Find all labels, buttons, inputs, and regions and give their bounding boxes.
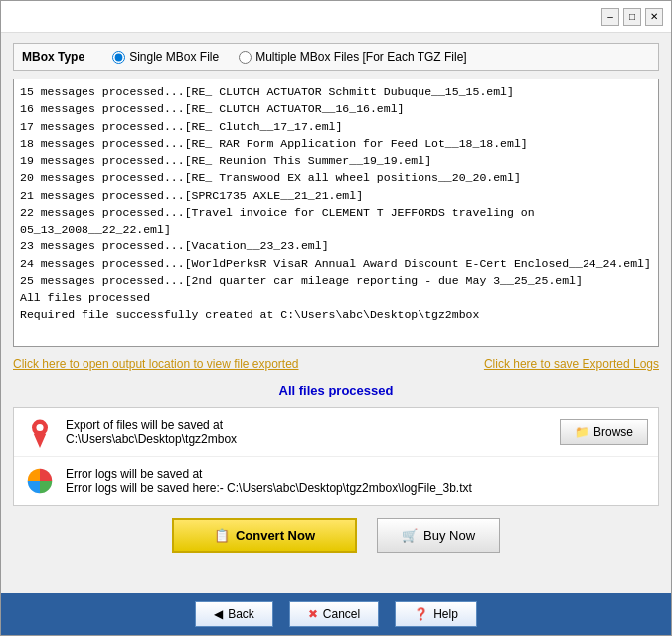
log-line: 22 messages processed...[Travel invoice …	[20, 204, 652, 238]
log-line: 16 messages processed...[RE_ CLUTCH ACTU…	[20, 100, 652, 117]
cart-icon: 🛒	[402, 528, 418, 543]
mbox-type-label: MBox Type	[22, 50, 84, 64]
save-logs-link[interactable]: Click here to save Exported Logs	[484, 357, 659, 371]
close-button[interactable]: ✕	[645, 8, 663, 26]
log-line: 15 messages processed...[RE_ CLUTCH ACTU…	[20, 83, 652, 100]
title-bar: – □ ✕	[1, 1, 671, 33]
pie-chart-icon	[24, 465, 56, 497]
mbox-type-section: MBox Type Single MBox File Multiple MBox…	[13, 43, 659, 71]
log-line: 21 messages processed...[SPRC1735 AXLE__…	[20, 187, 652, 204]
log-line: All files processed	[20, 289, 652, 306]
title-bar-buttons: – □ ✕	[601, 8, 663, 26]
convert-label: Convert Now	[236, 528, 315, 543]
help-button[interactable]: ❓ Help	[395, 601, 477, 627]
buy-now-button[interactable]: 🛒 Buy Now	[377, 518, 500, 553]
radio-multiple-mbox[interactable]: Multiple MBox Files [For Each TGZ File]	[239, 50, 467, 64]
convert-icon: 📋	[214, 528, 230, 543]
action-row: 📋 Convert Now 🛒 Buy Now	[13, 518, 659, 553]
radio-single-mbox[interactable]: Single MBox File	[112, 50, 219, 64]
log-line: 24 messages processed...[WorldPerksR Vis…	[20, 255, 652, 272]
radio-single-label: Single MBox File	[129, 50, 219, 64]
help-icon: ❓	[414, 607, 428, 621]
cancel-button[interactable]: ✖ Cancel	[289, 601, 379, 627]
export-label: Export of files will be saved at	[66, 418, 550, 432]
export-row: Export of files will be saved at C:\User…	[14, 408, 658, 457]
help-label: Help	[433, 607, 458, 621]
main-content: MBox Type Single MBox File Multiple MBox…	[1, 33, 671, 593]
browse-button[interactable]: 📁 Browse	[560, 419, 648, 445]
log-line: 18 messages processed...[RE_ RAR Form Ap…	[20, 135, 652, 152]
log-line: 17 messages processed...[RE_ Clutch__17_…	[20, 118, 652, 135]
export-path: C:\Users\abc\Desktop\tgz2mbox	[66, 432, 550, 446]
status-text: All files processed	[13, 383, 659, 398]
open-output-link[interactable]: Click here to open output location to vi…	[13, 357, 299, 371]
minimize-button[interactable]: –	[601, 8, 619, 26]
folder-icon: 📁	[575, 425, 589, 439]
error-logs-row: Error logs will be saved at Error logs w…	[14, 457, 658, 505]
main-window: – □ ✕ MBox Type Single MBox File Multipl…	[0, 0, 672, 636]
log-line: 19 messages processed...[RE_ Reunion Thi…	[20, 152, 652, 169]
back-button[interactable]: ◀ Back	[195, 601, 273, 627]
back-icon: ◀	[214, 607, 223, 621]
radio-multiple-label: Multiple MBox Files [For Each TGZ File]	[255, 50, 467, 64]
error-logs-path: Error logs will be saved here:- C:\Users…	[66, 481, 648, 495]
error-logs-text: Error logs will be saved at Error logs w…	[66, 467, 648, 495]
cancel-label: Cancel	[323, 607, 360, 621]
log-area: 15 messages processed...[RE_ CLUTCH ACTU…	[13, 79, 659, 347]
cancel-icon: ✖	[308, 607, 318, 621]
log-line: 23 messages processed...[Vacation__23_23…	[20, 238, 652, 254]
links-row: Click here to open output location to vi…	[13, 355, 659, 373]
svg-marker-2	[34, 434, 46, 448]
log-line: Required file successfully created at C:…	[20, 306, 652, 323]
footer-bar: ◀ Back ✖ Cancel ❓ Help	[1, 593, 671, 635]
convert-now-button[interactable]: 📋 Convert Now	[172, 518, 357, 553]
log-line: 20 messages processed...[RE_ Transwood E…	[20, 169, 652, 186]
browse-label: Browse	[593, 425, 633, 439]
radio-single-input[interactable]	[112, 51, 125, 64]
location-icon	[24, 416, 56, 448]
log-line: 25 messages processed...[2nd quarter car…	[20, 272, 652, 289]
buynow-label: Buy Now	[423, 528, 475, 543]
back-label: Back	[228, 607, 254, 621]
radio-multiple-input[interactable]	[239, 51, 252, 64]
maximize-button[interactable]: □	[623, 8, 641, 26]
svg-point-1	[36, 424, 43, 431]
error-logs-label: Error logs will be saved at	[66, 467, 648, 481]
export-text: Export of files will be saved at C:\User…	[66, 418, 550, 446]
info-panel: Export of files will be saved at C:\User…	[13, 407, 659, 506]
